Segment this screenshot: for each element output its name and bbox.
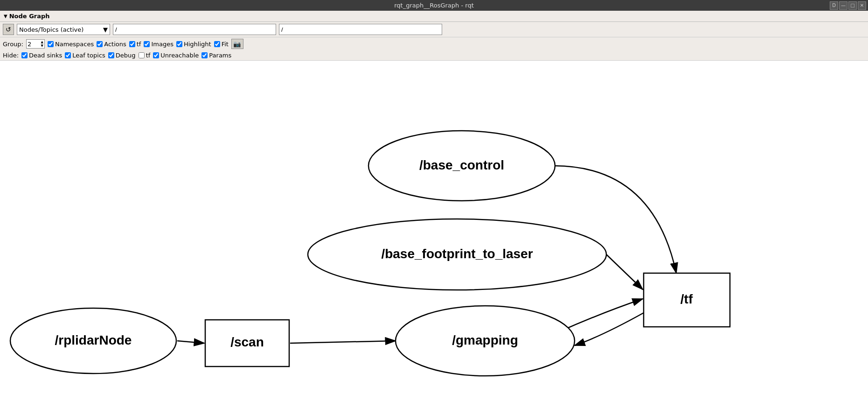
leaf-topics-label: Leaf topics xyxy=(72,52,105,59)
hide-label: Hide: xyxy=(3,52,19,59)
filter2-input[interactable] xyxy=(279,24,442,35)
node-base-footprint-label: /base_footprint_to_laser xyxy=(381,247,533,261)
window-title: rqt_graph__RosGraph - rqt xyxy=(394,2,474,9)
node-base-control-label: /base_control xyxy=(419,158,504,172)
title-bar: rqt_graph__RosGraph - rqt D — □ ✕ xyxy=(0,0,868,11)
leaf-topics-checkbox[interactable] xyxy=(65,52,71,58)
unreachable-checkbox-label[interactable]: Unreachable xyxy=(153,52,199,59)
node-tf-label: /tf xyxy=(681,292,693,306)
dropdown-value: Nodes/Topics (active) xyxy=(19,26,83,33)
toolbar-row2: Group: 2 ▲ ▼ Namespaces Actions tf Image… xyxy=(0,37,868,50)
params-checkbox[interactable] xyxy=(201,52,208,58)
params-checkbox-label[interactable]: Params xyxy=(201,52,231,59)
tf2-checkbox-label[interactable]: tf xyxy=(139,52,151,59)
highlight-checkbox-label[interactable]: Highlight xyxy=(176,41,211,48)
group-value: 2 xyxy=(28,41,31,48)
actions-checkbox-label[interactable]: Actions xyxy=(97,41,126,48)
graph-svg: /rplidarNode /scan /gmapping /base_contr… xyxy=(0,61,868,409)
leaf-topics-checkbox-label[interactable]: Leaf topics xyxy=(65,52,105,59)
debug-label: Debug xyxy=(116,52,136,59)
toolbar-row1: ↺ Nodes/Topics (active) ▼ xyxy=(0,22,868,37)
spinbox-down-icon[interactable]: ▼ xyxy=(41,44,43,48)
node-scan-label: /scan xyxy=(230,335,264,349)
edge-tf-gmapping xyxy=(575,313,644,346)
help-button[interactable]: D xyxy=(830,1,838,10)
minimize-button[interactable]: — xyxy=(839,1,847,10)
tf2-checkbox[interactable] xyxy=(139,52,145,58)
namespaces-checkbox[interactable] xyxy=(48,41,54,47)
group-spinbox[interactable]: 2 ▲ ▼ xyxy=(26,39,45,49)
tf-label: tf xyxy=(137,41,141,48)
debug-checkbox-label[interactable]: Debug xyxy=(108,52,136,59)
namespaces-label: Namespaces xyxy=(55,41,94,48)
filter1-input[interactable] xyxy=(113,24,276,35)
dead-sinks-checkbox[interactable] xyxy=(21,52,28,58)
edge-rplidarnode-scan xyxy=(177,341,204,343)
refresh-button[interactable]: ↺ xyxy=(3,24,14,35)
panel-caret-icon: ▼ xyxy=(4,14,7,19)
actions-checkbox[interactable] xyxy=(97,41,103,47)
spinbox-up-icon[interactable]: ▲ xyxy=(41,40,43,44)
node-rplidarnode-label: /rplidarNode xyxy=(55,333,132,347)
images-checkbox-label[interactable]: Images xyxy=(144,41,174,48)
close-button[interactable]: ✕ xyxy=(858,1,866,10)
fit-label: Fit xyxy=(222,41,229,48)
images-label: Images xyxy=(151,41,174,48)
window-controls[interactable]: D — □ ✕ xyxy=(830,1,866,10)
maximize-button[interactable]: □ xyxy=(848,1,857,10)
namespaces-checkbox-label[interactable]: Namespaces xyxy=(48,41,94,48)
node-gmapping-label: /gmapping xyxy=(452,333,518,347)
edge-base-footprint-tf xyxy=(606,254,643,289)
tf-checkbox[interactable] xyxy=(129,41,135,47)
highlight-checkbox[interactable] xyxy=(176,41,182,47)
fit-checkbox-label[interactable]: Fit xyxy=(214,41,229,48)
highlight-label: Highlight xyxy=(184,41,211,48)
toolbar-row3: Hide: Dead sinks Leaf topics Debug tf Un… xyxy=(0,50,868,61)
edge-scan-gmapping xyxy=(290,341,396,343)
topic-mode-dropdown[interactable]: Nodes/Topics (active) ▼ xyxy=(17,24,110,35)
node-graph-panel: ▼ Node Graph xyxy=(0,11,868,22)
debug-checkbox[interactable] xyxy=(108,52,114,58)
dead-sinks-checkbox-label[interactable]: Dead sinks xyxy=(21,52,62,59)
graph-area[interactable]: /rplidarNode /scan /gmapping /base_contr… xyxy=(0,61,868,409)
tf2-label: tf xyxy=(146,52,151,59)
group-label: Group: xyxy=(3,41,23,48)
unreachable-label: Unreachable xyxy=(160,52,199,59)
panel-title-text: Node Graph xyxy=(9,13,50,20)
dead-sinks-label: Dead sinks xyxy=(29,52,62,59)
actions-label: Actions xyxy=(104,41,126,48)
dropdown-arrow-icon: ▼ xyxy=(103,26,108,33)
unreachable-checkbox[interactable] xyxy=(153,52,159,58)
fit-checkbox[interactable] xyxy=(214,41,220,47)
tf-checkbox-label[interactable]: tf xyxy=(129,41,141,48)
params-label: Params xyxy=(209,52,231,59)
screenshot-button[interactable]: 📷 xyxy=(231,39,243,49)
edge-gmapping-tf1 xyxy=(560,299,643,331)
panel-title-bar: ▼ Node Graph xyxy=(0,11,868,21)
images-checkbox[interactable] xyxy=(144,41,150,47)
